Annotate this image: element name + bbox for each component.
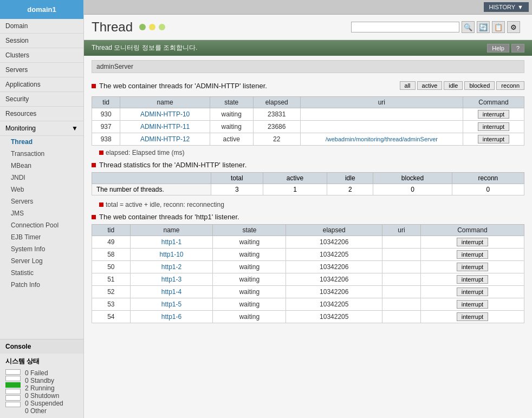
page-title: Thread (92, 19, 133, 35)
sidebar-item-session[interactable]: Session (0, 34, 83, 48)
cell-command: interrupt (420, 286, 524, 298)
admin-http-title-text: The web container threads for 'ADMIN-HTT… (99, 82, 267, 90)
sidebar-sub-web[interactable]: Web (0, 184, 83, 195)
interrupt-button[interactable]: interrupt (457, 312, 488, 321)
cell-name[interactable]: ADMIN-HTTP-10 (120, 108, 210, 121)
interrupt-button[interactable]: interrupt (457, 275, 488, 284)
sidebar-sub-jndi[interactable]: JNDI (0, 172, 83, 184)
cell-state: waiting (213, 273, 286, 286)
interrupt-button[interactable]: interrupt (457, 288, 488, 296)
cell-uri[interactable]: /webadmin/monitoring/thread/adminServer (300, 133, 463, 146)
title-dots (139, 24, 165, 30)
search-button[interactable]: 🔍 (462, 21, 475, 33)
cell-state: waiting (210, 108, 253, 121)
cell-uri (382, 273, 421, 286)
filter-blocked[interactable]: blocked (464, 81, 495, 90)
interrupt-button[interactable]: interrupt (457, 300, 488, 309)
question-button[interactable]: ? (511, 44, 524, 53)
sidebar-item-clusters[interactable]: Clusters (0, 48, 83, 63)
cell-command: interrupt (463, 121, 524, 133)
sidebar-item-domain[interactable]: Domain (0, 19, 83, 34)
sidebar-sub-mbean[interactable]: MBean (0, 160, 83, 172)
http1-col-state: state (213, 225, 286, 236)
interrupt-button[interactable]: interrupt (478, 135, 509, 143)
history-button[interactable]: HISTORY ▼ (484, 2, 529, 12)
sidebar-item-servers[interactable]: Servers (0, 63, 83, 77)
sidebar-item-monitoring[interactable]: Monitoring ▼ (0, 121, 83, 136)
server-label: adminServer (92, 60, 524, 73)
sidebar-sub-jms[interactable]: JMS (0, 207, 83, 219)
cell-name[interactable]: ADMIN-HTTP-11 (120, 121, 210, 133)
interrupt-button[interactable]: interrupt (457, 263, 488, 271)
status-other: 0 Other (25, 407, 63, 415)
sidebar-item-resources[interactable]: Resources (0, 107, 83, 121)
sidebar-sub-transaction[interactable]: Transaction (0, 148, 83, 160)
table-row: 53 http1-5 waiting 10342205 interrupt (92, 298, 524, 311)
http1-title-text: The web container threads for 'http1' li… (99, 213, 239, 221)
monitoring-chevron-icon: ▼ (72, 125, 78, 132)
cell-elapsed: 10342205 (286, 249, 382, 261)
cell-name[interactable]: http1-5 (130, 298, 213, 311)
cell-command: interrupt (420, 249, 524, 261)
main-content: HISTORY ▼ Thread 🔍 🔄 📋 ⚙ Thread 모니터링 정보를… (84, 0, 532, 418)
sidebar-item-applications[interactable]: Applications (0, 77, 83, 92)
filter-reconn[interactable]: reconn (496, 81, 524, 90)
page-header: Thread 🔍 🔄 📋 ⚙ (84, 15, 532, 40)
filter-active[interactable]: active (417, 81, 443, 90)
system-status-title: 시스템 상태 (5, 357, 78, 366)
interrupt-button[interactable]: interrupt (457, 250, 488, 259)
cell-name[interactable]: http1-6 (130, 311, 213, 323)
http1-col-name: name (130, 225, 213, 236)
cell-uri (382, 236, 421, 249)
cell-state: waiting (213, 286, 286, 298)
cell-uri (382, 286, 421, 298)
sidebar-sub-server-log[interactable]: Server Log (0, 255, 83, 267)
cell-name[interactable]: http1-2 (130, 261, 213, 273)
table-row: 937 ADMIN-HTTP-11 waiting 23686 interrup… (92, 121, 524, 133)
sidebar-item-security[interactable]: Security (0, 92, 83, 107)
settings-button[interactable]: ⚙ (507, 21, 520, 33)
sidebar-logo[interactable]: domain1 (0, 0, 83, 19)
cell-idle: 2 (327, 184, 373, 195)
info-text: Thread 모니터링 정보를 조회합니다. (92, 43, 197, 53)
content-area: adminServer The web container threads fo… (84, 56, 532, 418)
cell-command: interrupt (420, 273, 524, 286)
sidebar-sub-connection-pool[interactable]: Connection Pool (0, 219, 83, 231)
cell-elapsed: 23686 (253, 121, 300, 133)
cell-tid: 930 (92, 108, 120, 121)
sidebar-sub-thread[interactable]: Thread (0, 136, 83, 148)
sidebar: domain1 Domain Session Clusters Servers … (0, 0, 84, 418)
export-button[interactable]: 📋 (492, 21, 505, 33)
cell-name[interactable]: http1-10 (130, 249, 213, 261)
sidebar-sub-servers[interactable]: Servers (0, 195, 83, 207)
search-input[interactable] (351, 22, 459, 32)
note-icon (99, 151, 103, 155)
sidebar-sub-system-info[interactable]: System Info (0, 243, 83, 255)
help-button[interactable]: Help (487, 44, 509, 53)
stats-icon (92, 163, 96, 167)
cell-command: interrupt (463, 108, 524, 121)
table-row: 930 ADMIN-HTTP-10 waiting 23831 interrup… (92, 108, 524, 121)
interrupt-button[interactable]: interrupt (457, 238, 488, 246)
filter-all[interactable]: all (400, 81, 416, 90)
cell-name[interactable]: http1-3 (130, 273, 213, 286)
filter-idle[interactable]: idle (444, 81, 463, 90)
cell-label: The number of threads. (92, 184, 211, 195)
stats-col-active: active (263, 173, 327, 184)
cell-name[interactable]: http1-4 (130, 286, 213, 298)
cell-elapsed: 22 (253, 133, 300, 146)
cell-name[interactable]: http1-1 (130, 236, 213, 249)
elapsed-note-text: elapsed: Elapsed time (ms) (106, 149, 184, 156)
sidebar-sub-statistic[interactable]: Statistic (0, 267, 83, 279)
table-row: 938 ADMIN-HTTP-12 active 22 /webadmin/mo… (92, 133, 524, 146)
http1-table: tid name state elapsed uri Command 49 ht… (92, 224, 524, 323)
interrupt-button[interactable]: interrupt (478, 110, 509, 119)
sidebar-sub-ejb-timer[interactable]: EJB Timer (0, 231, 83, 243)
stats-col-blocked: blocked (373, 173, 452, 184)
cell-name[interactable]: ADMIN-HTTP-12 (120, 133, 210, 146)
cell-uri (382, 298, 421, 311)
interrupt-button[interactable]: interrupt (478, 122, 509, 131)
refresh-button[interactable]: 🔄 (477, 21, 490, 33)
table-row: 58 http1-10 waiting 10342205 interrupt (92, 249, 524, 261)
sidebar-sub-patch-info[interactable]: Patch Info (0, 279, 83, 291)
